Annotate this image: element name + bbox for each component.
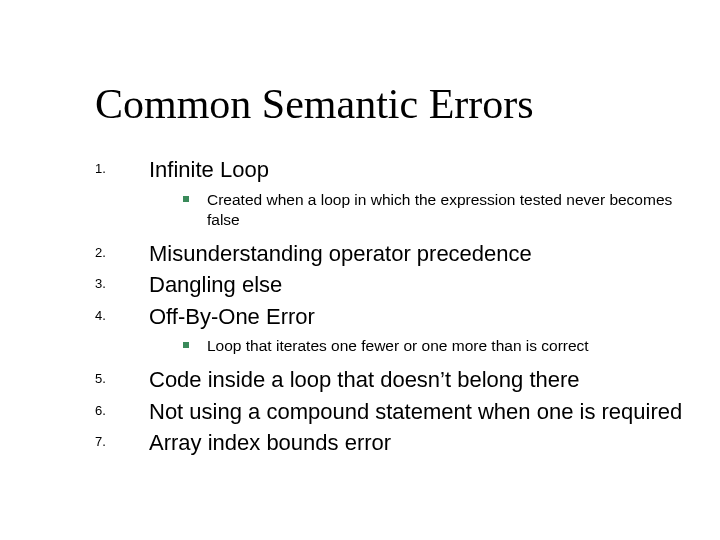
square-bullet-icon <box>183 342 189 348</box>
list-item: 2. Misunderstanding operator precedence <box>95 240 685 268</box>
error-list: 1. Infinite Loop Created when a loop in … <box>95 156 685 457</box>
sub-item-text: Created when a loop in which the express… <box>207 191 672 228</box>
list-item: 4. Off-By-One Error Loop that iterates o… <box>95 303 685 357</box>
item-text: Code inside a loop that doesn’t belong t… <box>149 366 685 394</box>
item-text: Infinite Loop <box>149 156 685 184</box>
item-number: 7. <box>95 434 125 449</box>
slide-title: Common Semantic Errors <box>95 80 685 128</box>
list-item: 3. Dangling else <box>95 271 685 299</box>
item-text: Dangling else <box>149 271 685 299</box>
item-text: Array index bounds error <box>149 429 685 457</box>
sub-item: Loop that iterates one fewer or one more… <box>183 336 685 356</box>
list-item: 7. Array index bounds error <box>95 429 685 457</box>
sub-item: Created when a loop in which the express… <box>183 190 685 230</box>
item-text: Not using a compound statement when one … <box>149 398 685 426</box>
item-text: Off-By-One Error <box>149 303 685 331</box>
sub-item-text: Loop that iterates one fewer or one more… <box>207 337 589 354</box>
item-number: 5. <box>95 371 125 386</box>
item-text: Misunderstanding operator precedence <box>149 240 685 268</box>
list-item: 1. Infinite Loop Created when a loop in … <box>95 156 685 230</box>
item-number: 6. <box>95 403 125 418</box>
list-item: 5. Code inside a loop that doesn’t belon… <box>95 366 685 394</box>
slide: Common Semantic Errors 1. Infinite Loop … <box>0 0 720 540</box>
item-number: 3. <box>95 276 125 291</box>
item-number: 4. <box>95 308 125 323</box>
list-item: 6. Not using a compound statement when o… <box>95 398 685 426</box>
sub-list: Created when a loop in which the express… <box>149 190 685 230</box>
item-number: 2. <box>95 245 125 260</box>
sub-list: Loop that iterates one fewer or one more… <box>149 336 685 356</box>
square-bullet-icon <box>183 196 189 202</box>
item-number: 1. <box>95 161 125 176</box>
